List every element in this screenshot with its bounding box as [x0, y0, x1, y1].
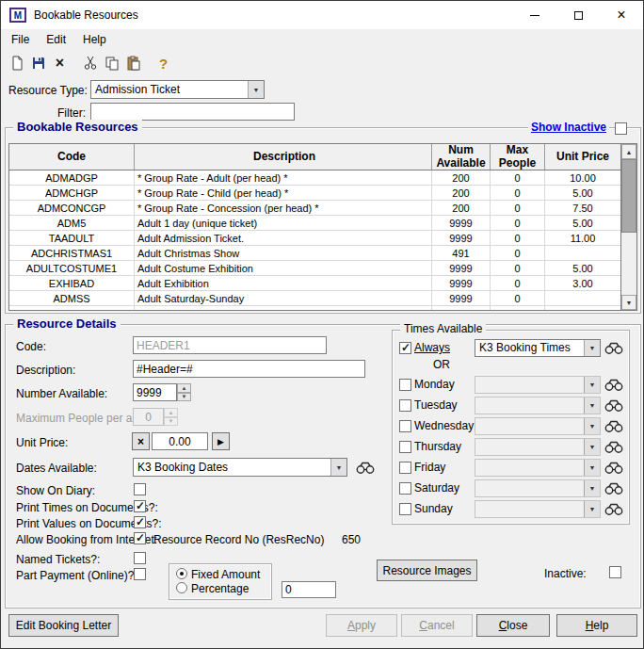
cut-button[interactable] — [79, 53, 101, 74]
save-button[interactable] — [27, 53, 49, 74]
delete-icon: × — [56, 55, 64, 72]
clear-price-button[interactable]: × — [132, 432, 150, 450]
copy-button[interactable] — [101, 53, 122, 74]
scroll-down-icon[interactable]: ▼ — [621, 295, 636, 310]
print-times-checkbox[interactable] — [134, 500, 146, 512]
table-row[interactable]: EXHIBAD Adult Exhibition 9999 0 3.00 — [9, 276, 620, 291]
day-times-lookup-button[interactable] — [604, 379, 623, 391]
show-inactive-link[interactable]: Show Inactive — [528, 121, 609, 134]
allow-booking-checkbox[interactable] — [134, 532, 146, 544]
named-tickets-checkbox[interactable] — [134, 552, 146, 564]
scroll-up-icon[interactable]: ▲ — [621, 144, 636, 159]
day-times-lookup-button[interactable] — [604, 441, 623, 453]
minimize-button[interactable] — [513, 1, 556, 29]
binoculars-icon — [604, 462, 623, 474]
close-button[interactable]: × — [600, 1, 643, 29]
named-tickets-label: Named Tickets?: — [16, 553, 100, 566]
table-row[interactable]: ADMSS Adult Saturday-Sunday 9999 0 — [9, 291, 620, 306]
table-row[interactable]: DEMOC Adult Ticket 9999 0 16.00 — [9, 306, 620, 310]
menu-item[interactable]: Help — [74, 30, 115, 49]
day-checkbox[interactable] — [399, 399, 411, 412]
price-expand-button[interactable]: ▶ — [212, 432, 230, 450]
cell-num-available: 9999 — [432, 216, 491, 230]
day-times-lookup-button[interactable] — [604, 482, 623, 495]
help-button-toolbar[interactable]: ? — [153, 53, 174, 74]
day-checkbox[interactable] — [399, 482, 411, 495]
part-payment-amount-input[interactable] — [282, 581, 336, 598]
table-row[interactable]: ADMCONCGP * Group Rate - Concession (per… — [9, 201, 620, 216]
column-header-code[interactable]: Code — [9, 144, 135, 170]
number-available-stepper[interactable]: ▲▼ — [177, 383, 191, 401]
column-header-num-available[interactable]: Num Available — [432, 144, 491, 170]
part-payment-checkbox[interactable] — [134, 568, 146, 580]
paste-button[interactable] — [122, 53, 144, 74]
day-checkbox[interactable] — [399, 379, 411, 391]
or-label: OR — [433, 358, 450, 371]
column-header-unit-price[interactable]: Unit Price — [545, 144, 620, 170]
always-times-value: K3 Booking Times — [475, 341, 584, 354]
column-header-max-people[interactable]: Max People — [491, 144, 545, 170]
unit-price-input[interactable] — [152, 432, 208, 450]
show-inactive-checkbox[interactable] — [615, 122, 627, 135]
cell-description: Adult Saturday-Sunday — [135, 291, 432, 305]
day-checkbox[interactable] — [399, 420, 411, 432]
copy-icon — [105, 56, 120, 71]
day-rows: Monday ▼ Tuesday ▼ Wednesday ▼ — [392, 374, 629, 519]
day-checkbox[interactable] — [399, 462, 411, 474]
table-row[interactable]: ADMCHGP * Group Rate - Child (per head) … — [9, 186, 620, 201]
scrollbar-thumb[interactable] — [621, 159, 636, 233]
always-times-combo[interactable]: K3 Booking Times ▼ — [475, 339, 601, 357]
always-checkbox[interactable] — [399, 342, 411, 354]
scrollbar-track[interactable] — [621, 233, 636, 295]
dates-lookup-button[interactable] — [356, 462, 375, 474]
close-button-footer[interactable]: Close — [476, 614, 550, 637]
day-checkbox[interactable] — [399, 441, 411, 453]
binoculars-icon — [604, 420, 623, 432]
maximize-button[interactable] — [556, 1, 600, 29]
cell-num-available: 491 — [432, 246, 491, 260]
resource-images-button[interactable]: Resource Images — [377, 560, 477, 581]
delete-button[interactable]: × — [49, 53, 71, 74]
help-button-footer[interactable]: Help — [556, 614, 637, 637]
cell-code: TAADULT — [9, 231, 135, 245]
always-row: Always K3 Booking Times ▼ — [392, 337, 629, 358]
day-checkbox[interactable] — [399, 503, 411, 515]
resource-type-combo[interactable]: Admission Ticket ▼ — [90, 80, 265, 99]
day-times-lookup-button[interactable] — [604, 420, 623, 432]
number-available-input[interactable] — [133, 383, 177, 401]
menu-item[interactable]: Edit — [38, 30, 74, 49]
resources-table: Code Description Num Available Max Peopl… — [8, 143, 637, 311]
day-times-lookup-button[interactable] — [604, 503, 623, 515]
maximize-icon — [574, 11, 583, 20]
always-times-lookup-button[interactable] — [604, 342, 623, 354]
filter-input[interactable] — [90, 103, 295, 121]
edit-booking-letter-button[interactable]: Edit Booking Letter — [8, 614, 119, 637]
times-available-group-title: Times Available — [400, 322, 486, 335]
description-input[interactable] — [133, 360, 365, 378]
new-document-button[interactable] — [6, 53, 27, 74]
table-row[interactable]: ADM5 Adult 1 day (unique ticket) 9999 0 … — [9, 216, 620, 231]
filter-label: Filter: — [8, 106, 86, 120]
table-row[interactable]: ADCHRISTMAS1 Adult Christmas Show 491 0 — [9, 246, 620, 261]
column-header-description[interactable]: Description — [135, 144, 432, 170]
bookable-resources-group-title: Bookable Resources — [13, 120, 142, 134]
cell-max-people: 0 — [491, 201, 545, 215]
dates-available-combo[interactable]: K3 Booking Dates ▼ — [133, 458, 347, 477]
show-on-diary-checkbox[interactable] — [134, 483, 146, 495]
toolbar-separator — [71, 53, 79, 74]
chevron-down-icon: ▼ — [584, 418, 600, 434]
day-times-lookup-button[interactable] — [604, 462, 623, 474]
table-row[interactable]: ADMADGP * Group Rate - Adult (per head) … — [9, 170, 620, 186]
table-scrollbar[interactable]: ▲ ▼ — [620, 144, 636, 310]
table-row[interactable]: ADULTCOSTUME1 Adult Costume Exhibition 9… — [9, 261, 620, 276]
day-times-lookup-button[interactable] — [604, 399, 623, 412]
cell-code: EXHIBAD — [9, 276, 135, 290]
table-row[interactable]: TAADULT Adult Admission Ticket. 9999 0 1… — [9, 231, 620, 246]
print-values-checkbox[interactable] — [134, 516, 146, 528]
fixed-amount-radio[interactable] — [176, 568, 187, 579]
app-logo-icon: M — [9, 8, 26, 23]
percentage-radio[interactable] — [176, 582, 187, 593]
menu-item[interactable]: File — [3, 30, 38, 49]
cell-unit-price: 3.00 — [545, 276, 620, 290]
inactive-checkbox[interactable] — [609, 566, 621, 578]
